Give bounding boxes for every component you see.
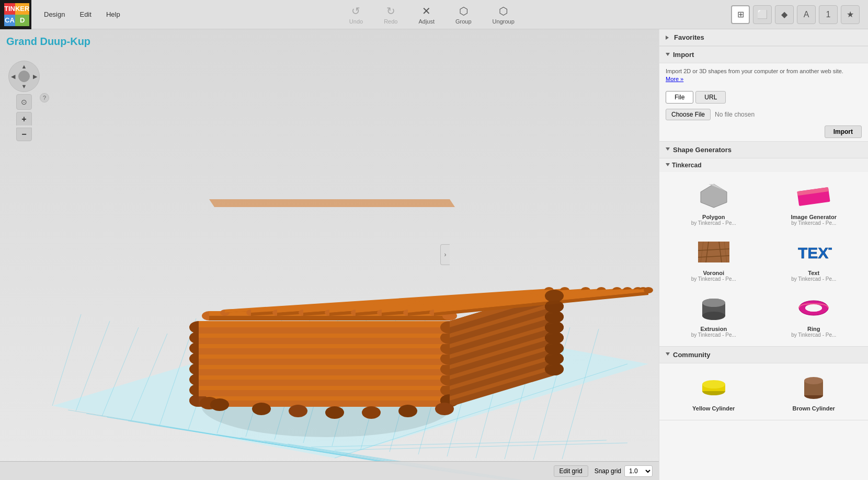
nav-left[interactable]: ◀ <box>11 73 15 80</box>
import-tab-file[interactable]: File <box>666 91 693 104</box>
community-shape-yellow-cylinder[interactable]: Yellow Cylinder <box>666 369 762 415</box>
svg-point-171 <box>805 304 822 312</box>
choose-file-button[interactable]: Choose File <box>666 109 711 120</box>
shape-generators-label: Shape Generators <box>673 146 732 154</box>
toolbar-center: ↺ Undo ↻ Redo ✕ Adjust ⬡ Group ⬡ Ungroup <box>133 3 731 27</box>
undo-button[interactable]: ↺ Undo <box>345 3 367 27</box>
nav-up[interactable]: ▲ <box>21 63 27 70</box>
zoom-out-button[interactable]: − <box>16 128 32 141</box>
shape-thumb-voronoi <box>693 236 735 268</box>
shape-generators-section: Shape Generators Tinkercad Polygon <box>659 142 868 347</box>
adjust-label: Adjust <box>418 18 435 25</box>
star-button[interactable]: ★ <box>841 5 860 24</box>
bottom-bar: Edit grid Snap grid 1.0 0.5 0.25 2.0 <box>0 461 659 480</box>
tinkercad-chevron <box>666 163 670 168</box>
menu: Design Edit Help <box>31 7 133 21</box>
shape-item-extrusion[interactable]: Extrusion by Tinkercad - Pe... <box>666 289 762 341</box>
shape-thumb-text: TEXT TEXT <box>793 236 835 268</box>
gem-button[interactable]: ◆ <box>775 5 794 24</box>
help-button[interactable]: ? <box>40 93 49 102</box>
shape-item-text[interactable]: TEXT TEXT Text by Tinkercad - Pe... <box>766 233 862 285</box>
svg-point-142 <box>545 290 564 302</box>
community-shapes-grid: Yellow Cylinder Brown Cylinder <box>659 363 868 420</box>
svg-marker-152 <box>701 184 727 208</box>
svg-point-150 <box>398 405 417 417</box>
menu-edit[interactable]: Edit <box>73 7 97 21</box>
text-button[interactable]: A <box>797 5 816 24</box>
import-tabs: File URL <box>659 88 868 107</box>
community-header[interactable]: Community <box>659 347 868 363</box>
svg-point-145 <box>210 398 229 411</box>
nav-right[interactable]: ▶ <box>33 73 37 80</box>
svg-rect-68 <box>199 321 450 327</box>
right-panel: Favorites Import Import 2D or 3D shapes … <box>659 29 868 480</box>
import-submit-button[interactable]: Import <box>825 125 862 138</box>
favorites-chevron <box>666 36 671 40</box>
grid-view-button[interactable]: ⊞ <box>731 5 750 24</box>
logo-d: D <box>15 15 29 26</box>
tinkercad-label: Tinkercad <box>672 162 701 169</box>
num-button[interactable]: 1 <box>819 5 838 24</box>
shape-by-text: by Tinkercad - Pe... <box>791 276 836 282</box>
snap-grid-select[interactable]: 1.0 0.5 0.25 2.0 <box>624 465 653 477</box>
shape-by-extrusion: by Tinkercad - Pe... <box>691 332 736 338</box>
shape-generators-header[interactable]: Shape Generators <box>659 142 868 158</box>
nav-down[interactable]: ▼ <box>21 83 27 89</box>
adjust-button[interactable]: ✕ Adjust <box>414 3 439 27</box>
logo-tin: TIN <box>4 3 15 15</box>
community-chevron <box>666 352 670 358</box>
ungroup-icon: ⬡ <box>499 5 508 17</box>
shape-thumb-ring <box>793 292 835 324</box>
edit-grid-button[interactable]: Edit grid <box>554 465 588 477</box>
undo-label: Undo <box>349 18 363 25</box>
community-label: Community <box>673 351 711 359</box>
favorites-section: Favorites <box>659 29 868 47</box>
import-tab-url[interactable]: URL <box>695 91 726 104</box>
community-name-yellow: Yellow Cylinder <box>692 405 735 412</box>
community-shape-brown-cylinder[interactable]: Brown Cylinder <box>766 369 862 415</box>
svg-point-168 <box>702 299 725 307</box>
nav-inner <box>18 71 30 82</box>
logo-ker: KER <box>15 3 29 15</box>
viewport-svg <box>0 29 659 480</box>
adjust-icon: ✕ <box>422 5 431 17</box>
ungroup-button[interactable]: ⬡ Ungroup <box>488 3 519 27</box>
shape-name-text: Text <box>808 270 819 276</box>
import-header[interactable]: Import <box>659 47 868 63</box>
shape-name-polygon: Polygon <box>702 214 725 220</box>
redo-button[interactable]: ↻ Redo <box>380 3 402 27</box>
shape-by-voronoi: by Tinkercad - Pe... <box>691 276 736 282</box>
menu-design[interactable]: Design <box>38 7 71 21</box>
group-label: Group <box>455 18 472 25</box>
svg-marker-97 <box>209 316 450 321</box>
canvas-area[interactable]: Grand Duup-Kup ▲ ▼ ◀ ▶ ⊙ + − ? <box>0 29 659 480</box>
import-chevron <box>666 53 670 58</box>
shape-item-polygon[interactable]: Polygon by Tinkercad - Pe... <box>666 177 762 229</box>
import-file-row: Choose File No file chosen <box>659 107 868 122</box>
shape-item-image-generator[interactable]: Image Generator by Tinkercad - Pe... <box>766 177 862 229</box>
svg-point-149 <box>362 406 381 419</box>
group-button[interactable]: ⬡ Group <box>451 3 476 27</box>
undo-icon: ↺ <box>351 5 360 17</box>
snap-grid-label: Snap grid <box>595 467 621 475</box>
shape-by-image-generator: by Tinkercad - Pe... <box>791 220 836 226</box>
favorites-header[interactable]: Favorites <box>659 29 868 46</box>
svg-point-151 <box>435 403 454 415</box>
menu-help[interactable]: Help <box>100 7 127 21</box>
cube-view-button[interactable]: ⬜ <box>753 5 772 24</box>
ungroup-label: Ungroup <box>493 18 515 25</box>
shape-generators-chevron <box>666 147 670 153</box>
svg-point-147 <box>289 405 307 417</box>
nav-compass[interactable]: ▲ ▼ ◀ ▶ <box>8 61 40 92</box>
shape-item-ring[interactable]: Ring by Tinkercad - Pe... <box>766 289 862 341</box>
nav-controls: ▲ ▼ ◀ ▶ ⊙ + − <box>8 61 40 141</box>
shape-item-voronoi[interactable]: Voronoi by Tinkercad - Pe... <box>666 233 762 285</box>
import-section: Import Import 2D or 3D shapes from your … <box>659 47 868 142</box>
tinkercad-sub-header[interactable]: Tinkercad <box>659 158 868 172</box>
nav-home-button[interactable]: ⊙ <box>16 94 32 110</box>
panel-collapse-button[interactable]: › <box>440 244 450 265</box>
redo-icon: ↻ <box>386 5 395 17</box>
zoom-in-button[interactable]: + <box>16 112 32 125</box>
svg-point-167 <box>702 312 725 320</box>
import-more-link[interactable]: More » <box>666 76 683 82</box>
